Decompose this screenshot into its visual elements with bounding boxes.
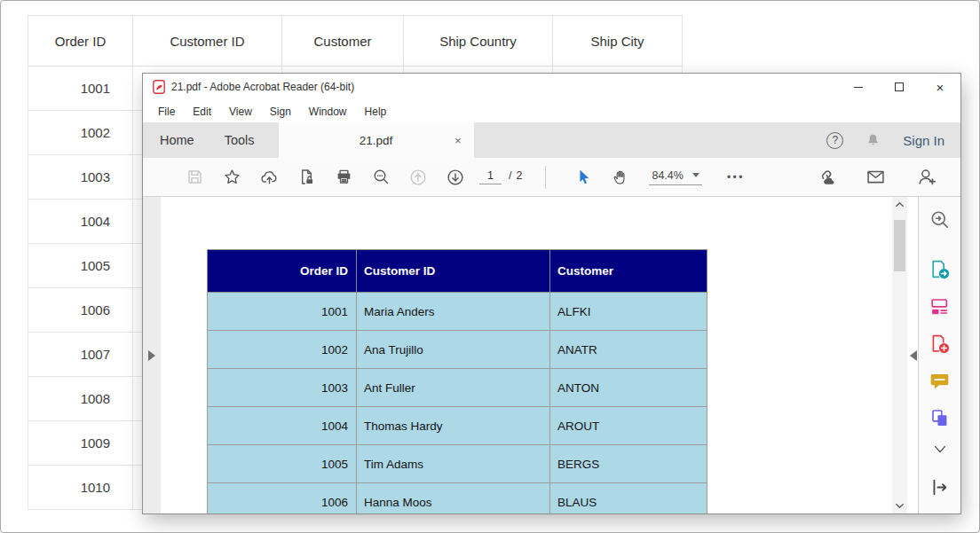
pdf-customer-cell: BLAUS [550,483,707,514]
tab-tools[interactable]: Tools [209,122,270,158]
scrollbar-thumb[interactable] [894,220,905,271]
edit-pdf-icon [929,295,951,317]
comment-button[interactable] [929,370,951,392]
page-lock-icon [297,168,316,186]
grid-column-header[interactable]: Customer [282,16,404,67]
search-zoom-button[interactable] [362,168,399,186]
pdf-customer-id-cell: Ant Fuller [357,369,550,407]
pdf-customer-cell: AROUT [550,407,707,445]
grid-column-header[interactable]: Order ID [28,16,133,67]
pdf-order-id-cell: 1006 [208,483,357,514]
pdf-header-customer-id: Customer ID [357,250,550,293]
print-button[interactable] [325,168,362,186]
vertical-scrollbar[interactable] [892,197,907,513]
more-tools-chevron[interactable] [932,444,948,455]
grid-column-header[interactable]: Ship City [553,16,683,67]
menu-item[interactable]: Help [356,106,396,118]
expand-left-pane-icon[interactable] [148,350,155,361]
send-email-button[interactable] [857,167,894,187]
pdf-content-table: Order ID Customer ID Customer 1001 Maria… [207,249,707,513]
close-button[interactable]: × [920,74,960,100]
create-pdf-icon [929,333,951,355]
grid-order-id-cell[interactable]: 1004 [28,200,133,244]
arrow-down-circle-icon [446,168,465,187]
open-tools-pane-button[interactable] [929,476,951,498]
menu-item[interactable]: View [220,106,261,118]
pdf-customer-cell: ALFKI [550,293,707,331]
cloud-upload-button[interactable] [250,168,288,186]
cloud-upload-icon [260,168,279,186]
find-magnifier-icon [929,208,951,231]
tab-close-icon[interactable]: × [454,134,462,147]
pdf-customer-id-cell: Thomas Hardy [357,407,550,445]
page-total: 2 [516,169,522,182]
page-number-input[interactable]: 1 [479,169,502,184]
scroll-up-icon[interactable] [895,201,905,208]
grid-order-id-cell[interactable]: 1003 [28,155,133,200]
menu-bar: FileEditViewSignWindowHelp [143,100,960,122]
pdf-table-row: 1003 Ant Fuller ANTON [208,369,707,407]
pdf-table-row: 1005 Tim Adams BERGS [208,445,707,483]
grid-order-id-cell[interactable]: 1005 [28,244,133,288]
combine-files-button[interactable] [929,407,951,429]
more-tools-button[interactable]: ••• [727,171,745,184]
tab-bar: Home Tools 21.pdf × ? Sign In [143,122,960,158]
page-separator: / [509,169,511,182]
maximize-button[interactable] [879,74,920,100]
pdf-order-id-cell: 1002 [208,331,357,369]
menu-item[interactable]: File [149,106,184,118]
star-icon [223,168,241,186]
pane-toggle-arrow-icon [929,476,951,498]
page-navigation: 1 / 2 [479,169,522,184]
close-icon: × [937,81,944,94]
grid-order-id-cell[interactable]: 1002 [28,111,133,155]
select-tool-button[interactable] [564,168,601,186]
menu-item[interactable]: Edit [184,106,220,118]
chevron-down-icon [692,173,699,177]
create-pdf-button[interactable] [929,333,951,355]
toolbar-divider [545,166,546,189]
grid-column-header[interactable]: Customer ID [133,16,282,67]
save-button[interactable] [176,168,213,186]
minimize-button[interactable] [838,74,879,100]
hand-tool-button[interactable] [601,168,638,186]
favorite-star-button[interactable] [213,168,250,186]
grid-order-id-cell[interactable]: 1008 [28,377,133,421]
printer-icon [335,168,353,186]
grid-order-id-cell[interactable]: 1007 [28,333,133,377]
tabbar-right-group: ? Sign In [826,122,960,158]
edit-pdf-button[interactable] [929,295,951,317]
grid-order-id-cell[interactable]: 1006 [28,288,133,333]
person-add-icon [916,167,937,187]
window-controls: × [838,74,960,100]
grid-order-id-cell[interactable]: 1001 [28,67,133,111]
tab-document[interactable]: 21.pdf × [279,122,474,158]
share-with-people-button[interactable] [907,167,944,187]
grid-order-id-cell[interactable]: 1010 [28,466,133,510]
export-pdf-button[interactable] [929,258,951,280]
grid-column-header[interactable]: Ship Country [404,16,553,67]
minimize-icon [854,87,863,88]
menu-item[interactable]: Sign [261,106,300,118]
menu-item[interactable]: Window [300,106,356,118]
sign-in-button[interactable]: Sign In [903,133,944,148]
scroll-down-icon[interactable] [895,502,905,509]
previous-page-button[interactable] [399,168,437,187]
find-tool-button[interactable] [929,208,951,231]
next-page-button[interactable] [437,168,474,187]
share-link-button[interactable] [806,167,843,187]
notifications-bell-icon[interactable] [865,132,881,148]
save-icon [186,168,204,186]
pdf-order-id-cell: 1003 [208,369,357,407]
magnifier-dots-icon [372,168,391,186]
zoom-level-dropdown[interactable]: 84.4% [649,169,701,185]
pdf-table-row: 1001 Maria Anders ALFKI [208,293,707,331]
pdf-order-id-cell: 1001 [208,293,357,331]
tab-home[interactable]: Home [145,122,209,158]
pdf-customer-id-cell: Tim Adams [357,445,550,483]
collapse-tools-pane-icon[interactable] [910,350,917,361]
protect-document-button[interactable] [288,168,325,186]
window-titlebar[interactable]: 21.pdf - Adobe Acrobat Reader (64-bit) × [143,74,960,100]
grid-order-id-cell[interactable]: 1009 [28,421,133,466]
help-icon[interactable]: ? [826,132,843,149]
